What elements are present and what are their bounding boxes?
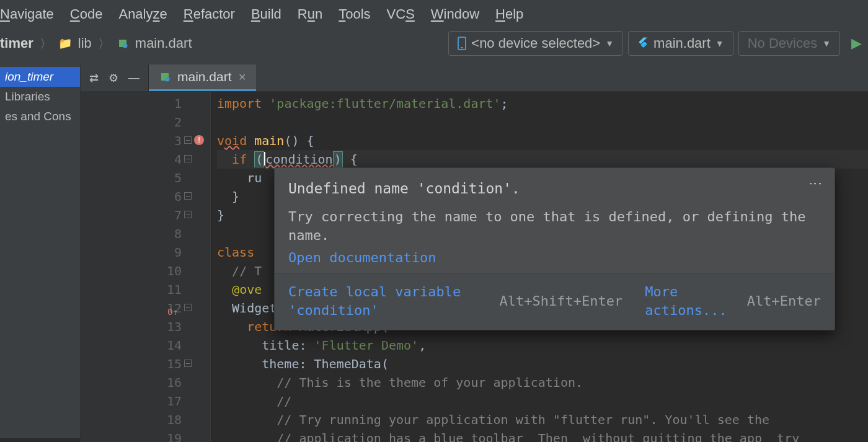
breadcrumb-sep-icon: 〉 xyxy=(40,35,52,52)
run-button[interactable]: ▶ xyxy=(851,35,862,51)
run-config-selector[interactable]: main.dart ▼ xyxy=(628,31,733,56)
toggle-icon[interactable]: ⇄ xyxy=(89,71,99,85)
tabbar: ⇄ ⚙ — main.dart ✕ xyxy=(81,64,868,92)
popup-description: Try correcting the name to one that is d… xyxy=(288,208,821,245)
menu-navigate[interactable]: Navigate xyxy=(0,6,54,22)
code-line[interactable]: theme: ThemeData( xyxy=(217,355,868,373)
chevron-down-icon: ▼ xyxy=(822,38,831,48)
error-icon[interactable]: ! xyxy=(194,135,204,145)
menu-code[interactable]: Code xyxy=(70,6,103,22)
close-icon[interactable]: ✕ xyxy=(238,71,246,83)
menubar: Navigate Code Analyze Refactor Build Run… xyxy=(0,0,868,29)
open-documentation-link[interactable]: Open documentation xyxy=(288,250,436,265)
code-line[interactable]: // xyxy=(217,392,868,410)
fold-icon[interactable]: – xyxy=(184,211,192,218)
project-tree: ion_timerLibrarieses and Cons xyxy=(0,64,81,438)
fold-icon[interactable]: – xyxy=(184,155,192,162)
breadcrumb-file[interactable]: main.dart xyxy=(135,35,192,51)
toolbar: timer 〉 📁 lib 〉 main.dart <no device sel… xyxy=(0,29,868,64)
sidebar-item[interactable]: es and Cons xyxy=(0,107,80,126)
devices-dropdown-label: No Devices xyxy=(748,35,817,51)
run-config-label: main.dart xyxy=(653,35,711,51)
menu-run[interactable]: Run xyxy=(298,6,322,22)
device-selector[interactable]: <no device selected> ▼ xyxy=(448,31,623,56)
menu-vcs[interactable]: VCS xyxy=(387,6,415,22)
fold-icon[interactable]: – xyxy=(184,360,192,367)
menu-window[interactable]: Window xyxy=(431,6,479,22)
more-options-icon[interactable]: ⋮ xyxy=(806,177,825,192)
folder-icon: 📁 xyxy=(58,37,72,50)
code-line[interactable]: title: 'Flutter Demo', xyxy=(217,336,868,355)
dart-file-icon xyxy=(117,37,129,50)
tab-label: main.dart xyxy=(177,69,232,84)
sidebar-item[interactable]: Libraries xyxy=(0,87,80,107)
phone-icon xyxy=(458,37,466,50)
code-line[interactable]: import 'package:flutter/material.dart'; xyxy=(217,94,868,113)
menu-refactor[interactable]: Refactor xyxy=(184,6,235,22)
more-actions-link[interactable]: More actions... xyxy=(645,283,736,320)
fold-icon[interactable]: – xyxy=(184,136,192,144)
chevron-down-icon: ▼ xyxy=(715,38,724,48)
error-popup: ⋮ Undefined name 'condition'. Try correc… xyxy=(274,167,835,330)
gutter: 123!–4–56–7–89101112–O↑131415–16171819 xyxy=(81,92,211,442)
devices-dropdown[interactable]: No Devices ▼ xyxy=(738,31,840,56)
device-selector-label: <no device selected> xyxy=(471,35,600,51)
breadcrumb-project[interactable]: timer xyxy=(0,35,33,51)
svg-point-0 xyxy=(123,43,128,48)
breadcrumb-sep-icon: 〉 xyxy=(98,35,110,52)
breadcrumb-folder[interactable]: lib xyxy=(78,35,92,51)
code-line[interactable]: // This is the theme of your application… xyxy=(217,373,868,392)
create-variable-action[interactable]: Create local variable 'condition' xyxy=(288,283,489,320)
menu-analyze[interactable]: Analyze xyxy=(118,6,167,22)
gear-icon[interactable]: ⚙ xyxy=(108,71,118,85)
code-line[interactable] xyxy=(217,113,868,131)
editor-area: ⇄ ⚙ — main.dart ✕ 123!–4–56–7–89101112–O… xyxy=(81,64,868,438)
tab-main-dart[interactable]: main.dart ✕ xyxy=(149,64,256,91)
menu-build[interactable]: Build xyxy=(251,6,281,22)
fold-icon[interactable]: – xyxy=(184,304,192,311)
popup-title: Undefined name 'condition'. xyxy=(288,179,821,198)
code-line[interactable]: if (condition) { xyxy=(217,150,868,169)
svg-point-1 xyxy=(165,77,170,82)
code-editor[interactable]: 123!–4–56–7–89101112–O↑131415–16171819 i… xyxy=(81,92,868,442)
fold-icon[interactable]: – xyxy=(184,192,192,200)
collapse-icon[interactable]: — xyxy=(128,71,140,84)
more-shortcut: Alt+Enter xyxy=(747,292,821,311)
code-line[interactable]: void main() { xyxy=(217,131,868,150)
flutter-icon xyxy=(637,37,649,51)
fix-shortcut: Alt+Shift+Enter xyxy=(500,292,623,311)
menu-tools[interactable]: Tools xyxy=(339,6,370,22)
code-line[interactable]: // application has a blue toolbar Then w… xyxy=(217,429,868,442)
menu-help[interactable]: Help xyxy=(495,6,523,22)
sidebar-item[interactable]: ion_timer xyxy=(0,67,80,87)
dart-file-icon xyxy=(159,71,171,83)
breadcrumb: timer 〉 📁 lib 〉 main.dart xyxy=(0,35,443,52)
chevron-down-icon: ▼ xyxy=(605,38,614,48)
code-line[interactable]: // Try running your application with "fl… xyxy=(217,410,868,429)
